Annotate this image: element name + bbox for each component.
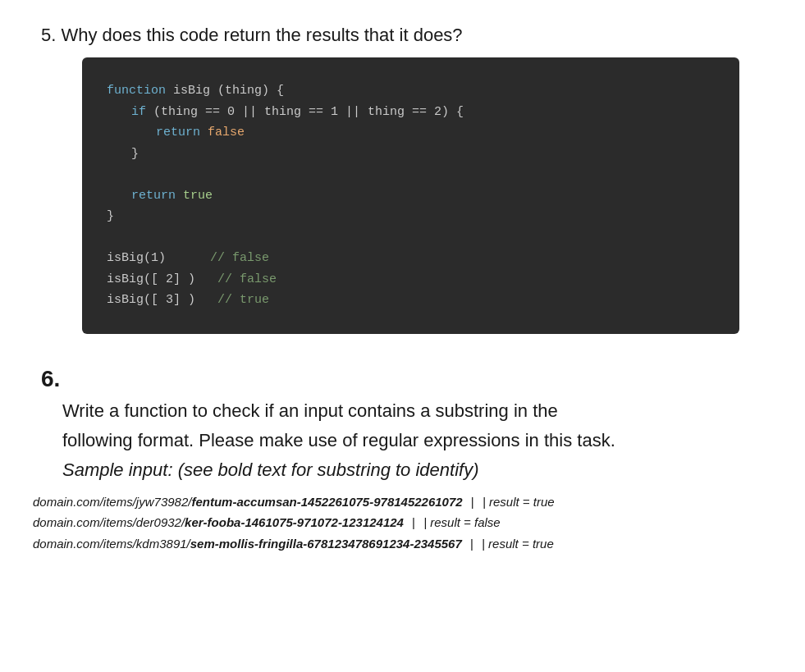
sample-2-prefix: domain.com/items/der0932/ [33,515,185,529]
code-line-blank [107,164,715,185]
code-line-5: return true [107,185,715,207]
question-6-section: 6. Write a function to check if an input… [33,367,772,555]
sample-1-result: | result = true [483,495,555,509]
sample-1-pipe: | [468,495,478,509]
question-6-line2: following format. Please make use of reg… [62,427,739,454]
code-line-1-rest: isBig (thing) { [166,84,284,98]
fn-call-2: isBig([ 2] ) [107,272,195,286]
comment-2: // false [217,272,277,286]
sample-line-3: domain.com/items/kdm3891/sem-mollis-frin… [33,533,772,555]
code-call-2: isBig([ 2] ) // false [107,269,715,290]
sample-1-bold: fentum-accumsan-1452261075-9781452261072 [191,495,462,509]
sample-3-prefix: domain.com/items/kdm3891/ [33,537,190,551]
code-call-3: isBig([ 3] ) // true [107,290,715,311]
value-true-1: true [183,189,213,203]
question-6-line3: Sample input: (see bold text for substri… [62,457,739,483]
sample-line-1: domain.com/items/jyw73982/fentum-accumsa… [33,491,772,513]
sample-lines-container: domain.com/items/jyw73982/fentum-accumsa… [33,491,772,555]
code-line-blank2 [107,227,715,249]
sample-2-result: | result = false [423,515,501,529]
fn-call-3: isBig([ 3] ) [107,293,195,307]
keyword-return-2: return [131,189,176,203]
comment-1: // false [210,251,269,265]
question-5-section: 5. Why does this code return the results… [33,25,772,334]
question-6-number: 6. [41,367,60,392]
keyword-if: if [131,105,146,119]
sample-2-bold: ker-fooba-1461075-971072-123124124 [185,515,404,529]
code-block: function isBig (thing) { if (thing == 0 … [82,57,739,334]
fn-call-1: isBig(1) [107,251,166,265]
value-false-1: false [208,126,245,139]
code-line-2: if (thing == 0 || thing == 1 || thing ==… [107,102,715,123]
sample-3-result: | result = true [482,537,554,551]
code-line-2-rest: (thing == 0 || thing == 1 || thing == 2)… [146,105,464,119]
code-line-4: } [107,144,715,165]
sample-3-bold: sem-mollis-fringilla-678123478691234-234… [190,537,462,551]
keyword-function: function [107,84,166,98]
code-line-1: function isBig (thing) { [107,80,715,102]
code-line-6: } [107,206,715,227]
code-call-1: isBig(1) // false [107,248,715,269]
sample-line-2: domain.com/items/der0932/ker-fooba-14610… [33,512,772,533]
question-6-line1: Write a function to check if an input co… [62,398,739,424]
sample-3-pipe: | [467,537,477,551]
keyword-return-1: return [156,126,200,139]
question-6-text: Write a function to check if an input co… [62,398,739,483]
sample-2-pipe: | [409,515,419,529]
code-line-3: return false [107,122,715,144]
question-6-header: 6. [41,367,772,392]
question-5-header: 5. Why does this code return the results… [41,25,772,46]
sample-1-prefix: domain.com/items/jyw73982/ [33,495,191,509]
comment-3: // true [217,293,269,307]
